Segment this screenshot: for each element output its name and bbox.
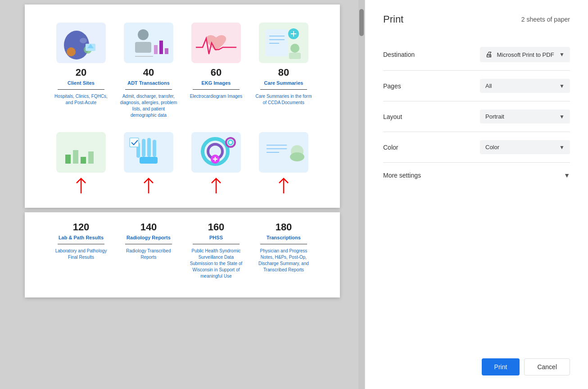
card-desc-radio: Radiology Transcribed Reports (119, 248, 178, 261)
icon-ekg (191, 23, 241, 63)
svg-rect-32 (140, 157, 158, 164)
layout-row: Layout Portrait ▼ (383, 101, 570, 132)
bottom-cards-grid: 120 Lab & Path Results Laboratory and Pa… (52, 221, 313, 279)
page-2: 120 Lab & Path Results Laboratory and Pa… (25, 212, 340, 297)
svg-point-0 (64, 31, 89, 59)
color-select[interactable]: Color ▼ (480, 140, 570, 154)
svg-point-6 (138, 29, 149, 40)
icon-care (259, 23, 308, 63)
card-number-trans: 180 (276, 221, 292, 233)
card-radio: 140 Radiology Reports Radiology Transcri… (119, 221, 178, 279)
svg-point-38 (228, 140, 233, 145)
card-phss: 160 PHSS Public Health Syndromic Surveil… (187, 221, 245, 279)
print-button[interactable]: Print (482, 358, 520, 375)
card-title-2: ADT Transactions (127, 80, 170, 86)
destination-label: Destination (383, 51, 419, 58)
card-number-2: 40 (143, 67, 154, 78)
svg-point-19 (290, 44, 299, 53)
svg-rect-23 (73, 150, 78, 164)
svg-rect-28 (142, 139, 145, 157)
destination-value: Microsoft Print to PDF (497, 51, 554, 58)
print-preview: 20 Client Sites Hospitals, Clinics, FQHC… (0, 0, 365, 389)
icon-phss (191, 132, 241, 173)
arrow-lab (72, 176, 90, 199)
svg-rect-22 (65, 155, 71, 164)
bottom-icons-grid (52, 132, 313, 199)
card-care: 80 Care Summaries Care Summaries in the … (254, 23, 313, 119)
card-number-radio: 140 (140, 221, 157, 233)
card-desc-lab: Laboratory and Pathology Final Results (52, 248, 110, 261)
card-desc-4: Care Summaries in the form of CCDA Docum… (254, 93, 313, 106)
scrollbar-thumb[interactable] (359, 9, 364, 36)
print-title: Print (383, 14, 403, 25)
top-cards-grid: 20 Client Sites Hospitals, Clinics, FQHC… (52, 23, 313, 119)
svg-point-1 (80, 38, 87, 43)
color-value: Color (485, 144, 499, 151)
layout-chevron-icon: ▼ (559, 114, 565, 120)
svg-point-37 (226, 138, 235, 147)
icon-adt (124, 23, 173, 63)
icon-wisconsin (56, 23, 106, 63)
card-title-radio: Radiology Reports (127, 235, 171, 240)
pages-chevron-icon: ▼ (559, 83, 565, 89)
color-chevron-icon: ▼ (559, 144, 565, 151)
color-row: Color Color ▼ (383, 132, 570, 163)
destination-row: Destination 🖨 Microsoft Print to PDF ▼ (383, 39, 570, 71)
svg-rect-30 (153, 140, 156, 157)
card-ekg: 60 EKG Images Electrocardiogram Images (187, 23, 245, 119)
partial-card-lab (52, 132, 110, 199)
icon-radio (124, 132, 173, 173)
card-trans: 180 Transcriptions Physician and Progres… (254, 221, 313, 279)
icon-lab (56, 132, 106, 173)
icon-trans (259, 132, 308, 173)
print-buttons: Print Cancel (383, 349, 570, 375)
svg-point-48 (290, 152, 304, 161)
card-number-3: 60 (211, 67, 222, 78)
arrow-phss (207, 176, 225, 199)
card-lab: 120 Lab & Path Results Laboratory and Pa… (52, 221, 110, 279)
card-desc-trans: Physician and Progress Notes, H&Ps, Post… (254, 248, 313, 273)
print-header: Print 2 sheets of paper (383, 14, 570, 25)
layout-value: Portrait (485, 113, 504, 120)
svg-rect-29 (147, 138, 151, 157)
color-label: Color (383, 144, 419, 151)
svg-rect-7 (135, 42, 151, 53)
more-settings-row[interactable]: More settings ▼ (383, 163, 570, 188)
layout-label: Layout (383, 113, 419, 120)
svg-rect-25 (88, 151, 94, 164)
pages-value: All (485, 82, 492, 89)
card-number-lab: 120 (73, 221, 90, 233)
arrow-trans (275, 176, 293, 199)
card-desc-2: Admit, discharge, transfer, diagnosis, a… (119, 93, 178, 119)
more-settings-label: More settings (383, 172, 421, 179)
destination-select[interactable]: 🖨 Microsoft Print to PDF ▼ (480, 47, 570, 62)
svg-rect-20 (289, 53, 301, 59)
card-title-trans: Transcriptions (267, 235, 301, 240)
card-title-phss: PHSS (209, 235, 223, 240)
card-title-lab: Lab & Path Results (59, 235, 104, 240)
page-1: 20 Client Sites Hospitals, Clinics, FQHC… (25, 5, 340, 208)
svg-point-2 (67, 47, 76, 56)
sheets-info: 2 sheets of paper (521, 16, 570, 23)
destination-chevron-icon: ▼ (559, 51, 565, 58)
card-desc-3: Electrocardiogram Images (190, 93, 243, 100)
layout-select[interactable]: Portrait ▼ (480, 110, 570, 124)
cancel-button[interactable]: Cancel (524, 358, 570, 375)
print-panel: Print 2 sheets of paper Destination 🖨 Mi… (365, 0, 588, 389)
svg-rect-9 (159, 41, 163, 54)
svg-rect-33 (130, 138, 139, 147)
pages-label: Pages (383, 82, 419, 90)
scrollbar-track[interactable] (358, 0, 365, 389)
card-desc-phss: Public Health Syndromic Surveillance Dat… (187, 248, 245, 279)
card-client-sites: 20 Client Sites Hospitals, Clinics, FQHC… (52, 23, 110, 119)
partial-card-trans (254, 132, 313, 199)
pages-row: Pages All ▼ (383, 71, 570, 101)
pages-select[interactable]: All ▼ (480, 79, 570, 93)
card-number-1: 20 (76, 67, 86, 78)
svg-rect-8 (154, 45, 158, 54)
card-desc-1: Hospitals, Clinics, FQHCs, and Post-Acut… (52, 93, 110, 106)
card-title-4: Care Summaries (264, 80, 303, 86)
svg-rect-24 (81, 157, 86, 164)
partial-card-radio (119, 132, 178, 199)
arrow-radio (140, 176, 158, 199)
